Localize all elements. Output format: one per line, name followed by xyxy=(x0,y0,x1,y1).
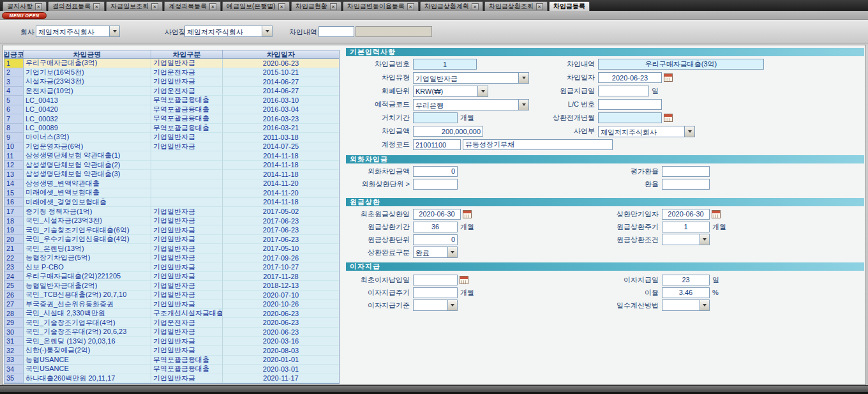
table-row[interactable]: 25농협일반자금대출(2억)기업일반자금2018-12-13 xyxy=(4,281,339,291)
tab-4[interactable]: 계정과목등록✕ xyxy=(164,1,221,11)
close-icon[interactable]: ✕ xyxy=(93,3,100,10)
column-header-loan-name[interactable]: 차입금명 xyxy=(24,50,151,58)
calendar-icon[interactable] xyxy=(460,276,468,284)
pre-repay-input[interactable] xyxy=(598,112,662,123)
calendar-icon[interactable] xyxy=(664,114,673,122)
table-row[interactable]: 13삼성생명단체보험 약관대출(3)2014-11-18 xyxy=(4,170,339,179)
deposit-code-select[interactable]: 우리은행 xyxy=(413,99,529,110)
division-select[interactable]: 제일저지주식회사 xyxy=(598,126,695,137)
table-row[interactable]: 1우리구매자금대출(3억)기업일반자금2020-06-23 xyxy=(4,59,339,68)
repay-complete-select[interactable]: 완료 xyxy=(413,246,458,258)
tab-6[interactable]: 차입금현황✕ xyxy=(291,1,341,11)
repay-unit-input[interactable] xyxy=(413,234,458,245)
close-icon[interactable]: ✕ xyxy=(330,3,337,10)
repay-cycle-input[interactable] xyxy=(662,222,710,232)
table-row[interactable]: 26국민_TCB신용대출(2억) 20,7,10기업일반자금2020-07-10 xyxy=(4,291,339,300)
table-row[interactable]: 34국민USANCE무역포괄금융대출2020-03-01 xyxy=(4,365,339,374)
tab-3[interactable]: 자금일보조회✕ xyxy=(106,1,163,11)
calendar-icon[interactable] xyxy=(463,210,472,218)
table-row[interactable]: 31국민_온렌딩 (13억) 20,03,16기업일반자금2020-03-16 xyxy=(4,337,339,346)
chevron-down-icon[interactable] xyxy=(700,234,709,245)
menu-open-button[interactable]: MENU OPEN xyxy=(2,12,47,19)
table-row[interactable]: 8LC_00089무역포괄금융대출2016-03-21 xyxy=(4,124,339,133)
company-select[interactable]: 제일저지주식회사 xyxy=(36,26,120,37)
tab-10[interactable]: 차입금등록 xyxy=(549,1,590,11)
table-row[interactable]: 14삼성생명_변액약관대출2014-11-20 xyxy=(4,179,339,189)
branch-select[interactable]: 제일저지주식회사 xyxy=(184,26,273,37)
calendar-icon[interactable] xyxy=(712,210,721,218)
repay-period-input[interactable] xyxy=(413,222,458,232)
chevron-down-icon[interactable] xyxy=(447,247,457,257)
table-row[interactable]: 33농협USANCE무역포괄금융대출2020-01-01 xyxy=(4,356,339,365)
tab-2[interactable]: 결의전표등록✕ xyxy=(48,1,105,11)
table-row[interactable]: 9마이너스(3억)기업일반자금2011-03-18 xyxy=(4,133,339,142)
interest-basis-select[interactable] xyxy=(413,299,458,311)
interest-pay-day-input[interactable] xyxy=(662,275,710,285)
tab-5[interactable]: 예금일보(은행별)✕ xyxy=(222,1,290,11)
loan-type-select[interactable]: 기업일반자금 xyxy=(413,72,529,84)
fx-amount-input[interactable] xyxy=(413,166,458,177)
table-row[interactable]: 10기업운영자금(6억)기업일반자금2014-07-25 xyxy=(4,142,339,152)
table-row[interactable]: 3시설자금(23억3천)기업일반자금2014-06-27 xyxy=(4,77,339,87)
loan-desc-search-input[interactable] xyxy=(318,26,354,37)
table-row[interactable]: 12삼성생명단체보험 약관대출(2)2014-11-18 xyxy=(4,161,339,170)
first-repay-date-input[interactable] xyxy=(413,209,461,220)
table-row[interactable]: 29국민_기술창조기업우대(4억)기업운전자금2020-06-23 xyxy=(4,318,339,328)
close-icon[interactable]: ✕ xyxy=(151,3,158,10)
table-row[interactable]: 15미래에셋_변액보험대출2014-11-20 xyxy=(4,188,339,198)
loan-date-input[interactable] xyxy=(598,72,662,83)
close-icon[interactable]: ✕ xyxy=(407,3,414,10)
chevron-down-icon[interactable] xyxy=(700,300,709,310)
table-row[interactable]: 18국민_시설자금(23억3천)기업일반자금2017-06-23 xyxy=(4,216,339,226)
loan-no-input[interactable] xyxy=(413,59,477,70)
close-icon[interactable]: ✕ xyxy=(35,3,42,10)
chevron-down-icon[interactable] xyxy=(262,26,272,36)
table-row[interactable]: 11삼성생명단체보험 약관대출(1)2014-11-18 xyxy=(4,151,339,161)
table-row[interactable]: 21국민_온렌딩(13억)기업일반자금2017-05-10 xyxy=(4,244,339,254)
table-row[interactable]: 32신한(-)통장예금(2억)기업일반자금2020-08-03 xyxy=(4,346,339,356)
fx-unit-input[interactable] xyxy=(413,179,458,190)
exchange-rate-input[interactable] xyxy=(662,179,710,190)
chevron-down-icon[interactable] xyxy=(518,73,528,83)
chevron-down-icon[interactable] xyxy=(477,86,488,96)
table-row[interactable]: 23신보 P-CBO기업일반자금2017-10-27 xyxy=(4,262,339,272)
tab-7[interactable]: 차입금변동이율등록✕ xyxy=(343,1,419,11)
chevron-down-icon[interactable] xyxy=(684,126,694,137)
eval-rate-input[interactable] xyxy=(662,166,710,177)
grace-period-input[interactable] xyxy=(413,112,458,123)
table-row[interactable]: 19국민_기술창조기업우대대출(6억)기업일반자금2017-06-23 xyxy=(4,225,339,235)
table-row[interactable]: 30국민_기술창조우대(2억) 20,6,23기업일반자금2020-06-23 xyxy=(4,328,339,337)
table-row[interactable]: 22농협장기차입금(5억)기업일반자금2017-09-26 xyxy=(4,254,339,263)
account-name-input[interactable] xyxy=(463,139,613,150)
tab-9[interactable]: 차입금상환조회✕ xyxy=(484,1,548,11)
table-row[interactable]: 5LC_00413무역포괄금융대출2016-03-10 xyxy=(4,96,339,105)
account-code-input[interactable] xyxy=(413,139,461,150)
table-row[interactable]: 27부국증권_선순위유동화증권기업일반자금2020-10-26 xyxy=(4,299,339,309)
table-row[interactable]: 6LC_00420무역포괄금융대출2016-03-04 xyxy=(4,105,339,115)
currency-select[interactable]: KRW(₩) xyxy=(413,86,488,97)
table-row[interactable]: 2기업기보(16억5천)기업운전자금2015-10-21 xyxy=(4,68,339,78)
close-icon[interactable]: ✕ xyxy=(278,3,285,10)
chevron-down-icon[interactable] xyxy=(518,100,528,110)
table-row[interactable]: 24우리구매자금대출(2억)221205기업일반자금2017-11-28 xyxy=(4,272,339,282)
principal-day-input[interactable] xyxy=(598,86,649,96)
first-interest-date-input[interactable] xyxy=(413,275,458,285)
tab-1[interactable]: 공지사항✕ xyxy=(3,1,47,11)
loan-amount-input[interactable] xyxy=(413,126,483,137)
column-header-loan-code[interactable]: 차입금코드 xyxy=(4,50,24,58)
interest-cycle-input[interactable] xyxy=(413,287,458,298)
maturity-date-input[interactable] xyxy=(662,209,710,220)
interest-rate-input[interactable] xyxy=(662,287,710,298)
table-row[interactable]: 28국민_시설대 2,330백만원구조개선시설자금대출2020-06-23 xyxy=(4,309,339,319)
table-row[interactable]: 16미래에셋_경영인보험대출2014-11-18 xyxy=(4,198,339,208)
close-icon[interactable]: ✕ xyxy=(472,3,479,10)
chevron-down-icon[interactable] xyxy=(109,26,119,36)
table-row[interactable]: 35하나대출260백만원 20,11,17기업일반자금2020-11-17 xyxy=(4,374,339,384)
column-header-loan-date[interactable]: 차입일자 xyxy=(223,50,339,58)
calendar-icon[interactable] xyxy=(664,73,673,82)
column-header-loan-type[interactable]: 차입구분 xyxy=(151,50,223,58)
close-icon[interactable]: ✕ xyxy=(209,3,216,10)
lc-no-input[interactable] xyxy=(598,99,662,110)
day-count-method-select[interactable] xyxy=(662,299,710,311)
table-row[interactable]: 17중기청 정책자금(1억)기업일반자금2017-05-02 xyxy=(4,207,339,216)
